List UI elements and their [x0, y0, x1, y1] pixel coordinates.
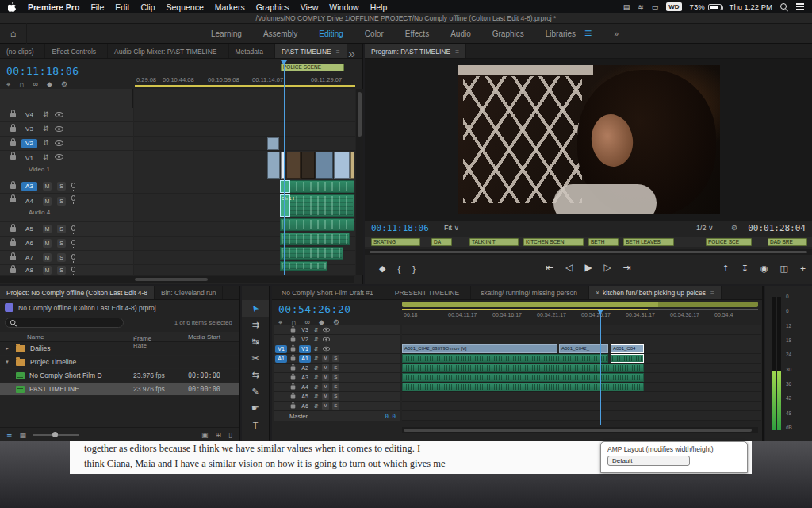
solo-button[interactable]: S: [332, 364, 339, 371]
add-marker-icon[interactable]: ◆: [47, 81, 52, 88]
keyboard-icon[interactable]: ▤: [623, 3, 630, 11]
solo-button[interactable]: S: [332, 355, 339, 362]
sync-lock-icon[interactable]: ⇵: [314, 365, 319, 371]
wd-drive-badge[interactable]: WD: [666, 2, 681, 11]
control-center-icon[interactable]: [796, 3, 804, 10]
video-clip[interactable]: [281, 152, 285, 179]
track-lock-icon[interactable]: [291, 395, 296, 399]
track-target-button[interactable]: A4: [21, 197, 37, 206]
panel-tab[interactable]: (no clips): [0, 44, 45, 58]
window-titlebar[interactable]: /Volumes/NO COMPLY Drive 1/OFFLINE PROJE…: [0, 13, 812, 24]
sync-lock-icon[interactable]: ⇵: [314, 375, 319, 380]
panel-tab[interactable]: Project: No Comply offline (Colton Last …: [0, 286, 155, 299]
video-clip[interactable]: A001_C042_03079O.mov [V]: [402, 344, 557, 353]
audio-track-header[interactable]: A3 ⇵ M S: [274, 373, 400, 383]
project-column-header[interactable]: Name Frame Rate ⌃ Media Start: [0, 332, 239, 342]
pen-tool[interactable]: ✎: [242, 383, 269, 400]
menu-item[interactable]: Markers: [209, 2, 251, 12]
track-target-button[interactable]: A4: [299, 383, 311, 391]
audio-clip[interactable]: [402, 354, 608, 363]
track-output-icon[interactable]: [323, 347, 330, 352]
source-patch-button[interactable]: [275, 383, 287, 391]
track-lock-icon[interactable]: [291, 348, 296, 352]
voiceover-record-icon[interactable]: [71, 183, 75, 188]
track-lock-icon[interactable]: [291, 405, 296, 409]
track-select-forward-tool[interactable]: ⇉: [242, 317, 269, 333]
audio-clip[interactable]: [280, 247, 343, 260]
solo-button[interactable]: S: [57, 266, 66, 275]
track-target-button[interactable]: A5: [21, 225, 37, 234]
expand-chevron-icon[interactable]: ▸: [3, 345, 11, 352]
audio-track-header[interactable]: A3 M S: [0, 179, 133, 194]
mute-button[interactable]: M: [322, 383, 329, 391]
list-view-button[interactable]: ≣: [6, 431, 13, 439]
item-name[interactable]: Dailies: [30, 344, 51, 352]
sync-lock-icon[interactable]: ⇵: [314, 337, 319, 342]
close-tab-icon[interactable]: ×: [596, 289, 599, 297]
work-area-bar[interactable]: [402, 302, 758, 307]
add-marker-button[interactable]: ◆: [379, 264, 385, 274]
track-lock-icon[interactable]: [10, 268, 16, 273]
solo-button[interactable]: S: [332, 374, 339, 381]
mute-button[interactable]: M: [322, 374, 329, 381]
comparison-view-button[interactable]: ◫: [780, 264, 788, 274]
sequence-marker[interactable]: DA: [431, 238, 452, 246]
solo-button[interactable]: S: [332, 383, 339, 391]
scrollbar-thumb[interactable]: [358, 92, 362, 137]
solo-button[interactable]: S: [57, 239, 66, 248]
track-target-button[interactable]: V4: [21, 110, 37, 120]
audio-track-header[interactable]: A1 A1 ⇵ M S: [274, 354, 400, 364]
track-target-button[interactable]: A7: [21, 253, 37, 263]
new-item-button[interactable]: ⊞: [216, 431, 222, 439]
mute-button[interactable]: M: [43, 239, 52, 248]
source-patch-button[interactable]: [275, 336, 287, 344]
track-target-button[interactable]: A6: [21, 239, 37, 248]
audio-track-header[interactable]: A5 ⇵ M S: [274, 392, 400, 402]
sync-lock-icon[interactable]: ⇵: [314, 403, 319, 409]
mark-out-button[interactable]: }: [412, 264, 416, 274]
audio-track-header[interactable]: A4 ⇵ M S: [274, 383, 400, 392]
video-clip[interactable]: [267, 152, 280, 179]
menu-item[interactable]: File: [85, 2, 109, 12]
snap-icon[interactable]: ∩: [19, 81, 24, 88]
track-lock-icon[interactable]: [291, 367, 296, 371]
source-patch-button[interactable]: [275, 326, 287, 334]
mute-button[interactable]: M: [322, 364, 329, 371]
voiceover-record-icon[interactable]: [71, 195, 75, 201]
track-target-button[interactable]: A1: [299, 355, 311, 363]
voiceover-record-icon[interactable]: [71, 240, 75, 245]
source-timecode[interactable]: 00:11:18:06: [6, 65, 79, 77]
sync-lock-icon[interactable]: ⇵: [43, 125, 49, 133]
horizontal-scrollbar[interactable]: [0, 276, 354, 283]
sync-lock-icon[interactable]: ⇵: [314, 346, 319, 352]
step-back-button[interactable]: ◁: [565, 262, 573, 273]
video-track-header[interactable]: V4 ⇵: [0, 108, 133, 122]
track-target-button[interactable]: A3: [21, 182, 37, 191]
timeline-settings-icon[interactable]: ⚙: [61, 81, 67, 88]
solo-button[interactable]: S: [332, 402, 339, 410]
track-target-button[interactable]: A8: [21, 266, 37, 275]
track-target-button[interactable]: V1: [21, 154, 37, 164]
sequence-tab[interactable]: skating/ running/ missing person: [471, 286, 589, 299]
track-target-button[interactable]: V3: [299, 326, 311, 334]
home-icon[interactable]: ⌂: [0, 23, 27, 44]
workspace-tab[interactable]: Audio: [450, 29, 471, 38]
hand-tool[interactable]: ☛: [242, 400, 269, 417]
panel-tab[interactable]: Metadata: [229, 44, 275, 58]
sequence-marker[interactable]: TALK IN T: [469, 238, 519, 246]
vertical-scrollbar[interactable]: [356, 89, 363, 275]
track-lock-icon[interactable]: [10, 141, 16, 146]
extract-button[interactable]: ↧: [741, 264, 749, 274]
video-clip[interactable]: [286, 152, 301, 179]
project-row[interactable]: PAST TIMELINE 23.976 fps 00:00:00: [0, 383, 239, 396]
video-track-header[interactable]: V3 ⇵: [0, 122, 133, 137]
track-output-icon[interactable]: [323, 328, 330, 333]
track-output-icon[interactable]: [55, 154, 63, 160]
audio-track-header[interactable]: A8 M S: [0, 265, 133, 276]
master-gain-value[interactable]: 0.0: [385, 413, 396, 420]
sync-lock-icon[interactable]: ⇵: [43, 111, 49, 118]
mark-in-button[interactable]: {: [397, 264, 400, 274]
track-lock-icon[interactable]: [10, 256, 16, 260]
video-track-header[interactable]: V3 ⇵: [274, 325, 400, 335]
mute-button[interactable]: M: [43, 197, 52, 206]
